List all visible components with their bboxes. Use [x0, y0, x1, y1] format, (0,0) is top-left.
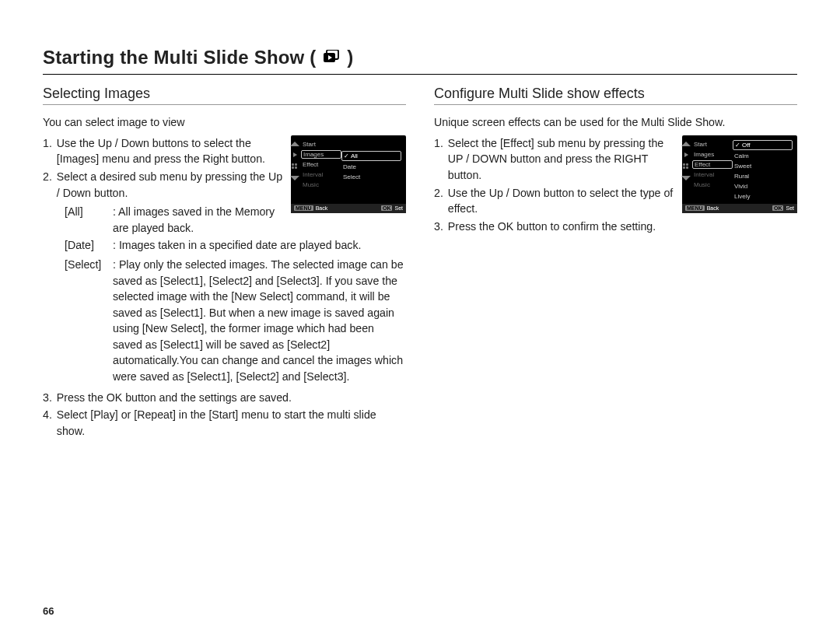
menu-key-tag: MENU [685, 205, 705, 211]
check-icon: ✓ [735, 142, 740, 149]
footer-set-label: Set [786, 205, 794, 211]
title-paren-open: ( [304, 47, 321, 68]
menu-item-dimmed: Interval [692, 170, 733, 179]
menu-item-highlighted: Images [301, 150, 341, 159]
option: Sweet [733, 162, 793, 170]
configure-effects-section: Configure Multi Slide show effects Uniqu… [434, 81, 797, 440]
option: Vivid [733, 182, 793, 191]
option: Lively [733, 192, 793, 201]
option-selected: ✓All [341, 151, 401, 161]
def-date-desc: : Images taken in a specified date are p… [113, 237, 406, 254]
page-title: Starting the Multi Slide Show ( ) [43, 47, 353, 71]
effects-menu-screenshot: Start Images Effect Interval Music ✓Off … [682, 135, 797, 213]
title-paren-close: ) [341, 47, 353, 68]
option: Select [341, 173, 401, 181]
def-select-term: [Select] [65, 257, 113, 385]
play-icon [293, 152, 297, 157]
step-number: 2. [434, 185, 443, 217]
step-3-text: Press the OK button and the settings are… [57, 390, 292, 406]
selecting-images-section: Selecting Images You can select image to… [43, 81, 406, 440]
step-number: 1. [434, 135, 443, 184]
title-text: Starting the Multi Slide Show [43, 47, 304, 68]
menu-item: Start [692, 140, 733, 149]
step-number: 3. [434, 219, 443, 235]
page-title-row: Starting the Multi Slide Show ( ) [43, 47, 797, 75]
configure-effects-intro: Unique screen effects can be used for th… [434, 114, 797, 131]
def-all-term: [All] [65, 204, 113, 236]
menu-item-dimmed: Interval [301, 170, 341, 179]
grid-icon [683, 163, 689, 170]
def-date-term: [Date] [65, 237, 113, 254]
def-all-desc: : All images saved in the Memory are pla… [113, 204, 285, 236]
option: Rural [733, 172, 793, 180]
step-number: 4. [43, 407, 52, 439]
screenshot-footer: MENUBack OKSet [291, 204, 406, 213]
check-icon: ✓ [344, 152, 349, 159]
menu-key-tag: MENU [294, 205, 313, 211]
step-4-text: Select [Play] or [Repeat] in the [Start]… [57, 407, 406, 439]
slideshow-icon [323, 47, 340, 68]
menu-item: Images [692, 150, 733, 159]
step-2-text: Use the Up / Down button to select the t… [448, 185, 676, 217]
images-menu-screenshot: Start Images Effect Interval Music ✓All … [291, 135, 406, 213]
configure-effects-heading: Configure Multi Slide show effects [434, 86, 797, 105]
option-selected: ✓Off [733, 140, 793, 150]
menu-item: Start [301, 140, 341, 149]
menu-item-dimmed: Music [301, 180, 341, 189]
footer-back-label: Back [316, 205, 328, 211]
step-1-text: Use the Up / Down buttons to select the … [57, 135, 285, 167]
page-number: 66 [43, 605, 54, 617]
menu-item-highlighted: Effect [692, 160, 733, 169]
selecting-images-heading: Selecting Images [43, 86, 406, 105]
ok-key-tag: OK [381, 205, 393, 211]
grid-icon [292, 163, 298, 170]
selecting-images-intro: You can select image to view [43, 114, 406, 131]
footer-set-label: Set [394, 205, 403, 211]
option: Date [341, 163, 401, 171]
step-number: 3. [43, 390, 52, 406]
step-3-text: Press the OK button to confirm the setti… [448, 219, 656, 235]
menu-item: Effect [301, 160, 341, 169]
screenshot-footer: MENUBack OKSet [682, 204, 797, 213]
play-icon [684, 152, 688, 157]
step-2-text: Select a desired sub menu by pressing th… [57, 169, 285, 201]
step-number: 1. [43, 135, 52, 167]
menu-item-dimmed: Music [692, 180, 733, 189]
step-1-text: Select the [Effect] sub menu by pressing… [448, 135, 676, 184]
step-number: 2. [43, 169, 52, 201]
ok-key-tag: OK [772, 205, 784, 211]
footer-back-label: Back [707, 205, 719, 211]
option: Calm [733, 152, 793, 160]
def-select-desc: : Play only the selected images. The sel… [113, 257, 406, 385]
